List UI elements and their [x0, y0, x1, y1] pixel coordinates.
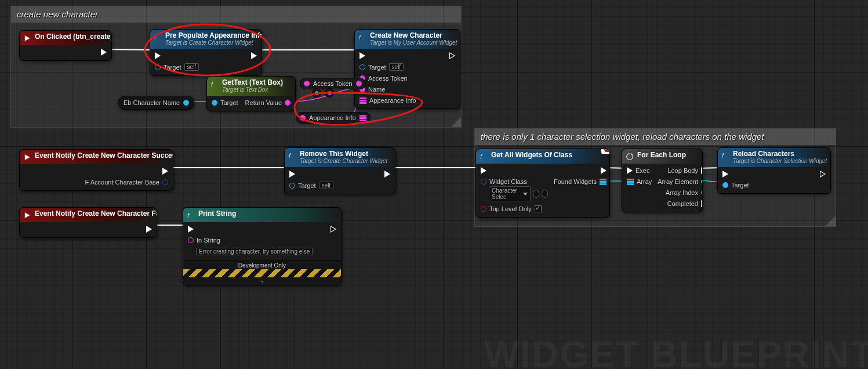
exec-in-pin[interactable]: [722, 171, 749, 178]
svg-marker-6: [25, 212, 31, 219]
access-token-pin[interactable]: Access Token: [359, 75, 416, 82]
checkbox[interactable]: [535, 205, 542, 212]
exec-out-pin[interactable]: [331, 226, 336, 233]
node-create-new-character[interactable]: f Create New Character Target is My User…: [354, 29, 460, 109]
node-title: Event Notify Create New Character Succes…: [35, 152, 173, 160]
node-title: For Each Loop: [637, 151, 686, 159]
reroute-appearance-info[interactable]: Appearance Info: [296, 112, 371, 124]
browse-asset-button[interactable]: [533, 190, 539, 198]
found-widgets-pin[interactable]: Found Widgets: [554, 178, 606, 185]
expand-advanced-icon[interactable]: ⌄: [183, 277, 341, 285]
node-title: Print String: [198, 210, 236, 218]
exec-in-pin[interactable]: [481, 167, 548, 174]
node-subtitle: Target is Character Selection Widget: [733, 158, 827, 164]
node-get-all-widgets[interactable]: f Get All Widgets Of Class Widget Class …: [475, 149, 610, 218]
exec-out-pin[interactable]: [449, 52, 455, 59]
node-subtitle: Target is Create Character Widget: [165, 39, 262, 46]
svg-text:f: f: [359, 34, 362, 41]
svg-marker-0: [25, 35, 31, 42]
node-title: Create New Character: [370, 32, 457, 39]
exec-in-pin[interactable]: [188, 226, 325, 233]
node-print-string[interactable]: f Print String In String Error creating …: [183, 207, 342, 285]
array-element-pin[interactable]: Array Element: [658, 178, 703, 185]
node-title: On Clicked (btn_create): [35, 33, 112, 41]
exec-out-pin[interactable]: [101, 49, 107, 56]
exec-out-pin[interactable]: [820, 171, 826, 178]
exec-out-pin[interactable]: [384, 171, 390, 178]
target-pin[interactable]: Targetself: [155, 63, 199, 71]
appearance-info-pin[interactable]: Appearance Info: [359, 97, 416, 104]
node-on-clicked[interactable]: On Clicked (btn_create): [19, 30, 112, 61]
exec-in-pin[interactable]: Exec: [627, 167, 652, 174]
svg-text:f: f: [154, 34, 157, 41]
svg-marker-9: [631, 153, 633, 155]
target-pin[interactable]: Targetself: [289, 182, 333, 189]
reroute-label: Appearance Info: [309, 114, 356, 121]
widget-class-pin[interactable]: Widget Class: [481, 178, 548, 185]
exec-in-pin[interactable]: [359, 52, 416, 59]
return-value-pin[interactable]: Return Value: [245, 99, 290, 106]
node-title: Reload Characters: [733, 150, 827, 158]
comment-title[interactable]: there is only 1 character selection widg…: [475, 129, 836, 145]
exec-out-pin[interactable]: [251, 52, 257, 59]
watermark-text: WIDGET BLUEPRINT: [484, 333, 868, 369]
resize-handle-icon[interactable]: [825, 216, 836, 226]
event-icon: [23, 211, 31, 219]
reroute-in-pin[interactable]: [304, 81, 310, 86]
function-icon: f: [187, 211, 195, 219]
blueprint-graph-canvas[interactable]: create new character there is only 1 cha…: [0, 0, 868, 369]
reroute-in-pin[interactable]: [300, 115, 306, 121]
target-pin[interactable]: Targetself: [359, 63, 416, 71]
in-string-value[interactable]: Error creating character, try something …: [196, 248, 313, 255]
chevron-down-icon: [523, 193, 528, 196]
class-picker-dropdown[interactable]: Character Selec: [489, 186, 531, 201]
macro-loop-icon: [626, 153, 634, 161]
struct-out-pin[interactable]: F Account Character Base: [85, 179, 168, 186]
reroute-node[interactable]: [312, 88, 321, 97]
node-reload-characters[interactable]: f Reload Characters Target is Character …: [717, 147, 831, 194]
node-get-text[interactable]: f GetText (Text Box) Target is Text Box …: [206, 76, 296, 111]
node-title: Remove This Widget: [300, 150, 387, 158]
caution-stripe: [183, 269, 341, 277]
resize-handle-icon[interactable]: [451, 117, 461, 127]
node-pre-populate-appearance[interactable]: f Pre Populate Appearance Info Target is…: [150, 29, 262, 76]
development-only-label: Development Only: [183, 260, 341, 269]
comment-title[interactable]: create new character: [11, 6, 461, 23]
use-selected-button[interactable]: [542, 190, 548, 198]
node-for-each-loop[interactable]: For Each Loop Exec Array Loop Body Array…: [622, 149, 703, 212]
function-icon: f: [480, 153, 488, 161]
node-event-fail[interactable]: Event Notify Create New Character Fail: [19, 207, 157, 238]
event-icon: [23, 153, 31, 161]
array-index-pin[interactable]: Array Index: [666, 189, 703, 196]
target-pin[interactable]: Target: [722, 182, 749, 189]
top-level-only-pin[interactable]: Top Level Only: [481, 205, 548, 212]
reroute-out-pin[interactable]: [356, 81, 362, 86]
reroute-out-pin[interactable]: [359, 115, 366, 121]
completed-pin[interactable]: Completed: [667, 200, 703, 207]
node-event-success[interactable]: Event Notify Create New Character Succes…: [19, 149, 173, 191]
event-icon: [23, 34, 31, 42]
variable-label: Eb Character Name: [124, 99, 180, 106]
exec-in-pin[interactable]: [289, 171, 333, 178]
function-icon: f: [210, 80, 219, 88]
target-pin[interactable]: Target: [212, 99, 238, 106]
loop-body-pin[interactable]: Loop Body: [667, 167, 703, 174]
svg-marker-4: [25, 154, 31, 161]
svg-text:f: f: [187, 212, 190, 219]
in-string-pin[interactable]: In String: [188, 237, 325, 244]
node-title: Pre Populate Appearance Info: [165, 32, 262, 39]
node-var-eb-character-name[interactable]: Eb Character Name: [118, 96, 194, 110]
reroute-access-token[interactable]: Access Token: [300, 78, 366, 89]
exec-out-pin[interactable]: [162, 168, 168, 175]
node-remove-widget[interactable]: f Remove This Widget Target is Create Ch…: [284, 147, 395, 194]
svg-text:f: f: [289, 152, 292, 159]
var-out-pin[interactable]: [183, 100, 189, 106]
function-icon: f: [721, 151, 729, 160]
exec-in-pin[interactable]: [155, 52, 199, 59]
array-in-pin[interactable]: Array: [627, 178, 652, 185]
exec-out-pin[interactable]: [601, 167, 606, 174]
reroute-node[interactable]: [325, 88, 334, 97]
node-subtitle: Target is My User Account Widget: [370, 39, 457, 46]
exec-out-pin[interactable]: [146, 226, 152, 233]
name-pin[interactable]: Name: [359, 86, 416, 93]
